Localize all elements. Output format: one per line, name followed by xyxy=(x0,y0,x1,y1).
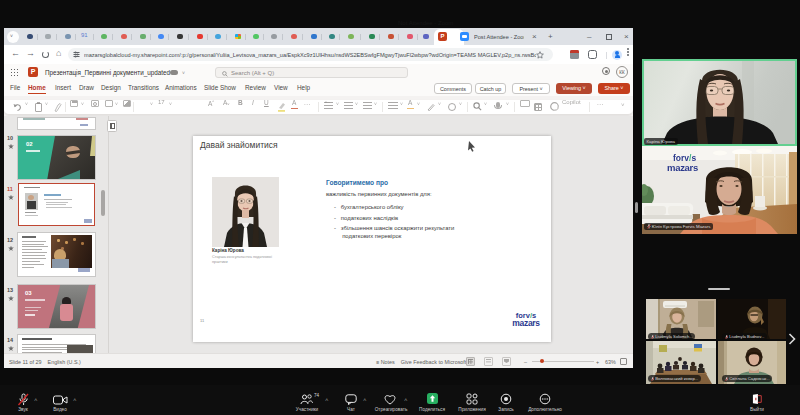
svg-text:mazars: mazars xyxy=(667,162,698,173)
